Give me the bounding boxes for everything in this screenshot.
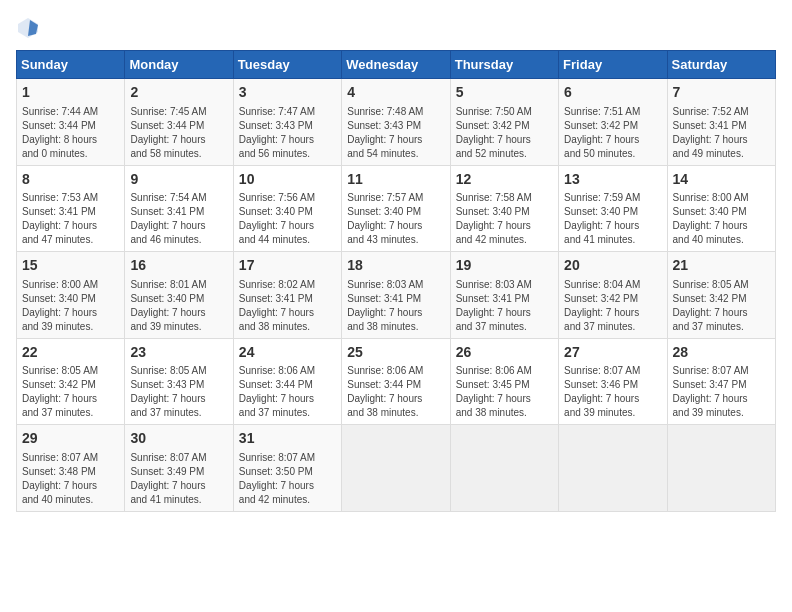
sunrise-text: Sunrise: 8:05 AM xyxy=(22,364,119,378)
daylight-text-2: and 49 minutes. xyxy=(673,147,770,161)
day-info: Sunrise: 8:06 AMSunset: 3:45 PMDaylight:… xyxy=(456,364,553,420)
sunrise-text: Sunrise: 8:01 AM xyxy=(130,278,227,292)
sunset-text: Sunset: 3:41 PM xyxy=(456,292,553,306)
calendar-cell: 23Sunrise: 8:05 AMSunset: 3:43 PMDayligh… xyxy=(125,338,233,425)
day-info: Sunrise: 8:01 AMSunset: 3:40 PMDaylight:… xyxy=(130,278,227,334)
daylight-text-1: Daylight: 7 hours xyxy=(673,392,770,406)
day-info: Sunrise: 8:03 AMSunset: 3:41 PMDaylight:… xyxy=(347,278,444,334)
day-number: 5 xyxy=(456,83,553,103)
sunrise-text: Sunrise: 8:00 AM xyxy=(22,278,119,292)
week-row-2: 8Sunrise: 7:53 AMSunset: 3:41 PMDaylight… xyxy=(17,165,776,252)
daylight-text-1: Daylight: 7 hours xyxy=(564,306,661,320)
sunrise-text: Sunrise: 7:51 AM xyxy=(564,105,661,119)
daylight-text-2: and 40 minutes. xyxy=(22,493,119,507)
daylight-text-1: Daylight: 7 hours xyxy=(564,219,661,233)
day-info: Sunrise: 8:00 AMSunset: 3:40 PMDaylight:… xyxy=(22,278,119,334)
day-info: Sunrise: 7:45 AMSunset: 3:44 PMDaylight:… xyxy=(130,105,227,161)
day-info: Sunrise: 8:07 AMSunset: 3:46 PMDaylight:… xyxy=(564,364,661,420)
weekday-header-saturday: Saturday xyxy=(667,51,775,79)
daylight-text-1: Daylight: 7 hours xyxy=(239,306,336,320)
daylight-text-2: and 0 minutes. xyxy=(22,147,119,161)
day-number: 1 xyxy=(22,83,119,103)
sunset-text: Sunset: 3:40 PM xyxy=(564,205,661,219)
sunset-text: Sunset: 3:40 PM xyxy=(673,205,770,219)
sunset-text: Sunset: 3:40 PM xyxy=(456,205,553,219)
sunrise-text: Sunrise: 8:07 AM xyxy=(564,364,661,378)
sunset-text: Sunset: 3:40 PM xyxy=(239,205,336,219)
calendar-cell: 11Sunrise: 7:57 AMSunset: 3:40 PMDayligh… xyxy=(342,165,450,252)
weekday-header-tuesday: Tuesday xyxy=(233,51,341,79)
daylight-text-1: Daylight: 7 hours xyxy=(456,306,553,320)
sunrise-text: Sunrise: 7:56 AM xyxy=(239,191,336,205)
daylight-text-2: and 54 minutes. xyxy=(347,147,444,161)
sunset-text: Sunset: 3:43 PM xyxy=(239,119,336,133)
daylight-text-1: Daylight: 7 hours xyxy=(239,392,336,406)
daylight-text-1: Daylight: 7 hours xyxy=(456,392,553,406)
daylight-text-2: and 44 minutes. xyxy=(239,233,336,247)
sunrise-text: Sunrise: 8:07 AM xyxy=(673,364,770,378)
daylight-text-1: Daylight: 7 hours xyxy=(347,306,444,320)
sunrise-text: Sunrise: 7:48 AM xyxy=(347,105,444,119)
sunrise-text: Sunrise: 7:50 AM xyxy=(456,105,553,119)
daylight-text-2: and 37 minutes. xyxy=(456,320,553,334)
sunset-text: Sunset: 3:41 PM xyxy=(347,292,444,306)
week-row-1: 1Sunrise: 7:44 AMSunset: 3:44 PMDaylight… xyxy=(17,79,776,166)
calendar-cell: 2Sunrise: 7:45 AMSunset: 3:44 PMDaylight… xyxy=(125,79,233,166)
daylight-text-1: Daylight: 7 hours xyxy=(130,392,227,406)
daylight-text-2: and 38 minutes. xyxy=(347,406,444,420)
daylight-text-2: and 40 minutes. xyxy=(673,233,770,247)
sunrise-text: Sunrise: 8:03 AM xyxy=(456,278,553,292)
day-number: 9 xyxy=(130,170,227,190)
sunset-text: Sunset: 3:42 PM xyxy=(456,119,553,133)
sunrise-text: Sunrise: 8:07 AM xyxy=(130,451,227,465)
sunset-text: Sunset: 3:41 PM xyxy=(239,292,336,306)
day-number: 29 xyxy=(22,429,119,449)
daylight-text-2: and 41 minutes. xyxy=(130,493,227,507)
daylight-text-1: Daylight: 7 hours xyxy=(347,133,444,147)
sunset-text: Sunset: 3:40 PM xyxy=(130,292,227,306)
daylight-text-1: Daylight: 7 hours xyxy=(347,392,444,406)
sunset-text: Sunset: 3:42 PM xyxy=(564,119,661,133)
day-info: Sunrise: 7:48 AMSunset: 3:43 PMDaylight:… xyxy=(347,105,444,161)
day-number: 8 xyxy=(22,170,119,190)
day-info: Sunrise: 8:04 AMSunset: 3:42 PMDaylight:… xyxy=(564,278,661,334)
day-info: Sunrise: 8:05 AMSunset: 3:43 PMDaylight:… xyxy=(130,364,227,420)
calendar-cell xyxy=(559,425,667,512)
sunrise-text: Sunrise: 8:07 AM xyxy=(22,451,119,465)
daylight-text-2: and 38 minutes. xyxy=(456,406,553,420)
day-info: Sunrise: 8:07 AMSunset: 3:50 PMDaylight:… xyxy=(239,451,336,507)
daylight-text-1: Daylight: 7 hours xyxy=(564,133,661,147)
calendar-cell: 14Sunrise: 8:00 AMSunset: 3:40 PMDayligh… xyxy=(667,165,775,252)
sunrise-text: Sunrise: 8:04 AM xyxy=(564,278,661,292)
sunset-text: Sunset: 3:41 PM xyxy=(673,119,770,133)
sunrise-text: Sunrise: 7:57 AM xyxy=(347,191,444,205)
sunset-text: Sunset: 3:45 PM xyxy=(456,378,553,392)
calendar-cell: 15Sunrise: 8:00 AMSunset: 3:40 PMDayligh… xyxy=(17,252,125,339)
daylight-text-1: Daylight: 7 hours xyxy=(130,306,227,320)
day-number: 25 xyxy=(347,343,444,363)
sunset-text: Sunset: 3:42 PM xyxy=(564,292,661,306)
sunrise-text: Sunrise: 7:45 AM xyxy=(130,105,227,119)
calendar-cell: 26Sunrise: 8:06 AMSunset: 3:45 PMDayligh… xyxy=(450,338,558,425)
page-header xyxy=(16,16,776,40)
daylight-text-1: Daylight: 7 hours xyxy=(456,219,553,233)
calendar-cell: 12Sunrise: 7:58 AMSunset: 3:40 PMDayligh… xyxy=(450,165,558,252)
week-row-5: 29Sunrise: 8:07 AMSunset: 3:48 PMDayligh… xyxy=(17,425,776,512)
day-number: 6 xyxy=(564,83,661,103)
calendar-cell: 31Sunrise: 8:07 AMSunset: 3:50 PMDayligh… xyxy=(233,425,341,512)
calendar-cell: 28Sunrise: 8:07 AMSunset: 3:47 PMDayligh… xyxy=(667,338,775,425)
daylight-text-1: Daylight: 7 hours xyxy=(22,479,119,493)
sunrise-text: Sunrise: 8:05 AM xyxy=(673,278,770,292)
daylight-text-2: and 52 minutes. xyxy=(456,147,553,161)
day-info: Sunrise: 8:07 AMSunset: 3:48 PMDaylight:… xyxy=(22,451,119,507)
calendar-cell: 8Sunrise: 7:53 AMSunset: 3:41 PMDaylight… xyxy=(17,165,125,252)
weekday-header-wednesday: Wednesday xyxy=(342,51,450,79)
calendar-cell: 30Sunrise: 8:07 AMSunset: 3:49 PMDayligh… xyxy=(125,425,233,512)
day-info: Sunrise: 8:03 AMSunset: 3:41 PMDaylight:… xyxy=(456,278,553,334)
daylight-text-1: Daylight: 7 hours xyxy=(22,219,119,233)
sunset-text: Sunset: 3:49 PM xyxy=(130,465,227,479)
calendar-cell xyxy=(342,425,450,512)
calendar-cell: 5Sunrise: 7:50 AMSunset: 3:42 PMDaylight… xyxy=(450,79,558,166)
calendar-cell: 9Sunrise: 7:54 AMSunset: 3:41 PMDaylight… xyxy=(125,165,233,252)
calendar-cell: 18Sunrise: 8:03 AMSunset: 3:41 PMDayligh… xyxy=(342,252,450,339)
